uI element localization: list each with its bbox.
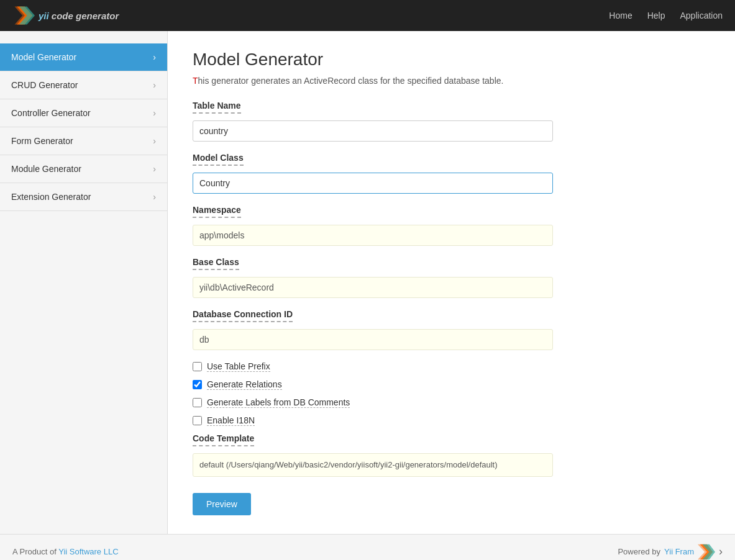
sidebar-item-model-generator[interactable]: Model Generator ›	[0, 43, 167, 71]
generate-labels-label[interactable]: Generate Labels from DB Comments	[207, 397, 350, 408]
sidebar-item-extension-generator[interactable]: Extension Generator ›	[0, 183, 167, 211]
code-template-value: default (/Users/qiang/Web/yii/basic2/ven…	[193, 453, 553, 477]
enable-i18n-label[interactable]: Enable I18N	[207, 415, 255, 426]
table-name-input[interactable]	[193, 120, 553, 142]
code-template-label: Code Template	[193, 433, 254, 446]
namespace-group: Namespace app\models	[193, 205, 710, 246]
code-template-group: Code Template default (/Users/qiang/Web/…	[193, 433, 710, 477]
sidebar: Model Generator › CRUD Generator › Contr…	[0, 31, 168, 534]
model-class-group: Model Class	[193, 153, 710, 194]
company-link[interactable]: Yii Software LLC	[58, 547, 118, 556]
framework-link[interactable]: Yii Fram	[664, 547, 694, 556]
chevron-right-icon: ›	[153, 136, 156, 146]
db-connection-group: Database Connection ID db	[193, 309, 710, 350]
namespace-label: Namespace	[193, 205, 241, 218]
db-connection-label: Database Connection ID	[193, 309, 293, 322]
namespace-value: app\models	[193, 225, 553, 246]
footer-left: A Product of Yii Software LLC	[12, 547, 119, 556]
db-connection-value: db	[193, 329, 553, 350]
nav-home[interactable]: Home	[609, 11, 632, 20]
chevron-right-icon: ›	[153, 192, 156, 202]
nav-application[interactable]: Application	[680, 11, 723, 20]
sidebar-item-controller-generator[interactable]: Controller Generator ›	[0, 99, 167, 127]
model-class-input[interactable]	[193, 173, 553, 194]
chevron-right-icon: ›	[153, 108, 156, 118]
model-class-label: Model Class	[193, 153, 244, 166]
header: yii code generator Home Help Application	[0, 0, 735, 31]
logo-text: yii code generator	[39, 11, 119, 21]
scroll-arrow[interactable]: ›	[719, 545, 723, 558]
header-nav: Home Help Application	[609, 11, 723, 20]
footer-right: Powered by Yii Fram ›	[618, 543, 723, 561]
yii-footer-logo-icon	[698, 543, 715, 561]
preview-button[interactable]: Preview	[193, 493, 251, 515]
page-title: Model Generator	[193, 50, 710, 70]
base-class-label: Base Class	[193, 257, 239, 270]
nav-help[interactable]: Help	[647, 11, 665, 20]
logo: yii code generator	[12, 4, 119, 27]
generate-labels-checkbox[interactable]	[193, 398, 202, 407]
sidebar-item-form-generator[interactable]: Form Generator ›	[0, 127, 167, 155]
yii-logo-icon	[12, 4, 35, 27]
footer: A Product of Yii Software LLC Powered by…	[0, 534, 735, 561]
enable-i18n-checkbox[interactable]	[193, 416, 202, 425]
chevron-right-icon: ›	[153, 52, 156, 62]
sidebar-item-crud-generator[interactable]: CRUD Generator ›	[0, 71, 167, 99]
chevron-right-icon: ›	[153, 164, 156, 174]
generate-labels-group: Generate Labels from DB Comments	[193, 397, 710, 408]
content-area: Model Generator This generator generates…	[168, 31, 735, 534]
base-class-group: Base Class yii\db\ActiveRecord	[193, 257, 710, 298]
use-table-prefix-label[interactable]: Use Table Prefix	[207, 361, 270, 372]
chevron-right-icon: ›	[153, 80, 156, 90]
sidebar-item-module-generator[interactable]: Module Generator ›	[0, 155, 167, 183]
table-name-group: Table Name	[193, 101, 710, 142]
use-table-prefix-checkbox[interactable]	[193, 362, 202, 371]
use-table-prefix-group: Use Table Prefix	[193, 361, 710, 372]
enable-i18n-group: Enable I18N	[193, 415, 710, 426]
generate-relations-group: Generate Relations	[193, 379, 710, 390]
table-name-label: Table Name	[193, 101, 241, 114]
generate-relations-label[interactable]: Generate Relations	[207, 379, 282, 390]
generate-relations-checkbox[interactable]	[193, 380, 202, 389]
base-class-value: yii\db\ActiveRecord	[193, 277, 553, 298]
main-layout: Model Generator › CRUD Generator › Contr…	[0, 31, 735, 534]
page-description: This generator generates an ActiveRecord…	[193, 76, 710, 86]
